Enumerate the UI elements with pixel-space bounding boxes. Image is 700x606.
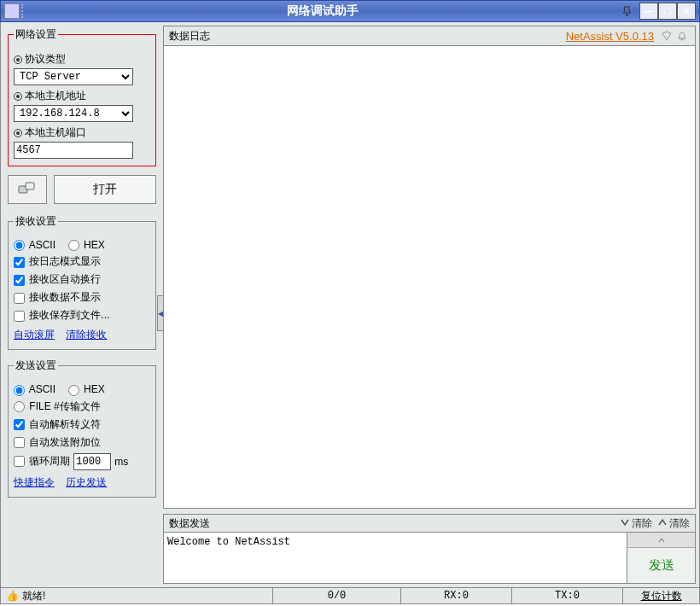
send-append-check[interactable]: 自动发送附加位 <box>14 435 101 450</box>
titlebar: 网络调试助手 — □ × <box>0 0 700 22</box>
scroll-stub[interactable] <box>627 533 695 548</box>
app-icon <box>4 3 20 19</box>
open-button[interactable]: 打开 <box>54 175 156 204</box>
thumb-icon: 👍 <box>6 590 19 602</box>
status-counter: 0/0 <box>272 588 400 603</box>
send-hex-radio[interactable]: HEX <box>68 383 105 395</box>
log-title: 数据日志 <box>169 29 566 44</box>
host-select[interactable]: 192.168.124.8 <box>14 105 133 122</box>
recv-autowrap-check[interactable]: 接收区自动换行 <box>14 272 101 287</box>
send-button[interactable]: 发送 <box>627 548 695 583</box>
send-ascii-radio[interactable]: ASCII <box>14 383 55 395</box>
send-header: 数据发送 清除 清除 <box>163 514 696 533</box>
send-cycle-input[interactable] <box>73 453 111 470</box>
version-link[interactable]: NetAssist V5.0.13 <box>566 30 654 43</box>
network-settings-legend: 网络设置 <box>14 27 58 42</box>
recv-settings-legend: 接收设置 <box>14 214 58 229</box>
window-controls: — □ × <box>639 3 696 20</box>
recv-hex-radio[interactable]: HEX <box>68 239 105 251</box>
statusbar: 👍 就绪! 0/0 RX:0 TX:0 复位计数 <box>0 587 700 604</box>
host-label: 本地主机地址 <box>14 89 150 103</box>
protocol-select[interactable]: TCP Server <box>14 68 133 85</box>
send-escape-check[interactable]: 自动解析转义符 <box>14 417 101 432</box>
reset-counter-link[interactable]: 复位计数 <box>622 588 699 603</box>
recv-savefile-check[interactable]: 接收保存到文件... <box>14 308 109 323</box>
status-ready: 👍 就绪! <box>1 589 172 603</box>
gem-icon[interactable] <box>659 28 674 44</box>
send-cycle-check[interactable]: 循环周期 <box>14 454 70 469</box>
port-label: 本地主机端口 <box>14 125 150 140</box>
clear-up-button[interactable]: 清除 <box>657 516 690 531</box>
cycle-unit-label: ms <box>114 456 128 468</box>
send-file-radio[interactable]: FILE #传输文件 <box>14 399 101 414</box>
recv-nodisplay-check[interactable]: 接收数据不显示 <box>14 290 101 305</box>
recv-ascii-radio[interactable]: ASCII <box>14 239 55 251</box>
protocol-label: 协议类型 <box>14 52 150 67</box>
minimize-button[interactable]: — <box>639 3 658 20</box>
send-textarea[interactable] <box>163 533 627 584</box>
send-settings-legend: 发送设置 <box>14 358 58 373</box>
log-textarea[interactable] <box>163 46 696 509</box>
port-input[interactable] <box>14 142 133 159</box>
history-link[interactable]: 历史发送 <box>66 476 107 488</box>
recv-logmode-check[interactable]: 按日志模式显示 <box>14 254 101 269</box>
pin-icon[interactable] <box>619 3 636 19</box>
svg-rect-1 <box>26 183 34 189</box>
status-tx: TX:0 <box>511 588 622 603</box>
clear-down-button[interactable]: 清除 <box>620 516 652 531</box>
right-panel: ◀ 数据日志 NetAssist V5.0.13 数据发送 清除 清除 <box>160 22 699 587</box>
log-header: 数据日志 NetAssist V5.0.13 <box>163 26 696 46</box>
window-title: 网络调试助手 <box>26 3 619 19</box>
send-settings-group: 发送设置 ASCII HEX FILE #传输文件 自动解析转义符 自动发送附加… <box>8 358 156 497</box>
recv-clear-link[interactable]: 清除接收 <box>66 329 107 341</box>
recv-settings-group: 接收设置 ASCII HEX 按日志模式显示 接收区自动换行 接收数据不显示 接… <box>8 214 156 350</box>
connection-icon-button[interactable] <box>8 175 47 204</box>
recv-autoscroll-link[interactable]: 自动滚屏 <box>14 329 55 341</box>
quick-cmd-link[interactable]: 快捷指令 <box>14 476 55 488</box>
maximize-button[interactable]: □ <box>658 3 677 20</box>
left-panel: 网络设置 协议类型 TCP Server 本地主机地址 192.168.124.… <box>1 22 160 587</box>
send-title: 数据发送 <box>169 516 615 531</box>
bell-icon[interactable] <box>674 28 690 44</box>
network-settings-group: 网络设置 协议类型 TCP Server 本地主机地址 192.168.124.… <box>8 27 156 166</box>
status-rx: RX:0 <box>400 588 511 603</box>
close-button[interactable]: × <box>677 3 696 20</box>
collapse-handle-icon[interactable]: ◀ <box>157 295 164 331</box>
